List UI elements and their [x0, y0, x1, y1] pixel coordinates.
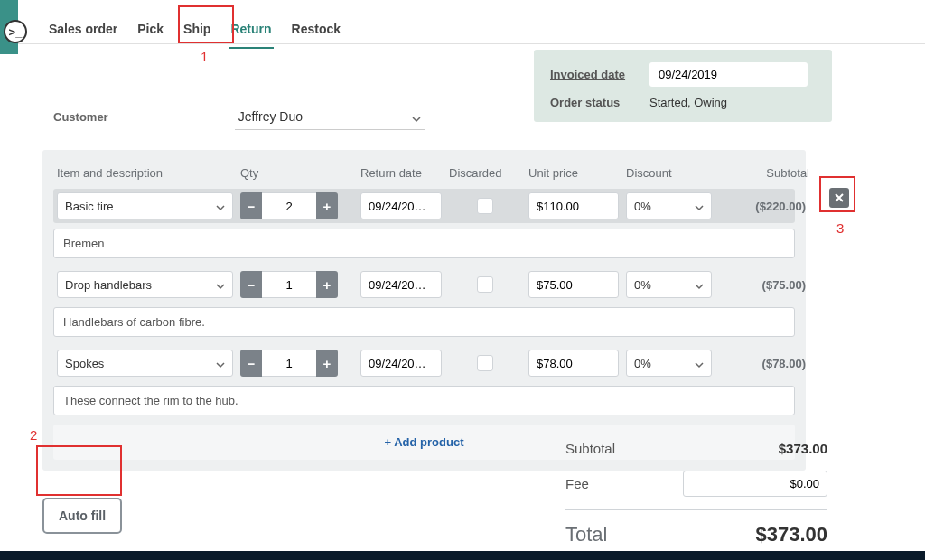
row-subtotal: ($75.00): [719, 278, 809, 292]
annotation-box-1: [178, 5, 234, 43]
item-description[interactable]: Handlebars of carbon fibre.: [53, 307, 795, 337]
subtotal-value: $373.00: [779, 441, 827, 456]
item-description[interactable]: These connect the rim to the hub.: [53, 386, 795, 415]
unit-price-input[interactable]: [528, 271, 619, 298]
fee-label: Fee: [565, 476, 589, 491]
order-info-panel: Invoiced date Order status Started, Owin…: [534, 50, 832, 122]
customer-value: Jeffrey Duo: [238, 109, 303, 124]
item-row: Spokes − + 0% ($78.00): [53, 346, 795, 380]
invoiced-date-label: Invoiced date: [550, 68, 649, 81]
tab-divider: [0, 43, 925, 44]
discarded-checkbox[interactable]: [477, 276, 493, 293]
item-name: Basic tire: [65, 200, 113, 213]
qty-input[interactable]: [262, 350, 316, 377]
item-select[interactable]: Drop handlebars: [57, 271, 233, 298]
qty-minus-button[interactable]: −: [240, 271, 262, 298]
qty-input[interactable]: [262, 192, 316, 219]
return-date-input[interactable]: [360, 350, 442, 377]
discount-select[interactable]: 0%: [626, 271, 712, 298]
discount-value: 0%: [634, 200, 651, 213]
col-discount: Discount: [626, 166, 712, 180]
discount-select[interactable]: 0%: [626, 350, 712, 377]
chevron-down-icon: [695, 359, 704, 368]
total-value: $373.00: [755, 523, 827, 546]
col-item: Item and description: [57, 166, 233, 180]
totals-panel: Subtotal $373.00 Fee Total $373.00: [565, 434, 827, 554]
qty-input[interactable]: [262, 271, 316, 298]
divider: [565, 509, 827, 510]
item-description[interactable]: Bremen: [53, 229, 795, 258]
items-panel: Item and description Qty Return date Dis…: [42, 150, 806, 471]
discarded-checkbox[interactable]: [477, 355, 493, 371]
discount-value: 0%: [634, 278, 651, 292]
discount-select[interactable]: 0%: [626, 192, 712, 219]
row-subtotal: ($78.00): [719, 357, 809, 370]
invoiced-date-input[interactable]: [649, 62, 808, 87]
item-row: Drop handlebars − + 0% ($75.00): [53, 267, 795, 302]
discount-value: 0%: [634, 357, 651, 370]
item-block: Drop handlebars − + 0% ($75.00) Handleba…: [53, 267, 795, 337]
chevron-down-icon: [216, 359, 225, 368]
qty-minus-button[interactable]: −: [240, 192, 262, 219]
qty-plus-button[interactable]: +: [316, 192, 338, 219]
return-date-input[interactable]: [360, 271, 442, 298]
qty-plus-button[interactable]: +: [316, 350, 338, 377]
customer-label: Customer: [53, 110, 108, 124]
item-name: Spokes: [65, 357, 104, 370]
discarded-checkbox[interactable]: [477, 198, 493, 214]
col-discarded: Discarded: [449, 166, 521, 180]
chevron-down-icon: [216, 201, 225, 210]
customer-select[interactable]: Jeffrey Duo: [235, 104, 425, 130]
annotation-box-3: [819, 176, 855, 212]
col-qty: Qty: [240, 166, 353, 180]
auto-fill-button[interactable]: Auto fill: [42, 498, 122, 534]
item-row: Basic tire − + 0% ($220.00): [53, 189, 795, 223]
order-status-label: Order status: [550, 96, 649, 109]
col-subtotal: Subtotal: [719, 166, 809, 180]
col-return-date: Return date: [360, 166, 442, 180]
item-select[interactable]: Basic tire: [57, 192, 233, 219]
qty-minus-button[interactable]: −: [240, 350, 262, 377]
qty-stepper: − +: [240, 350, 353, 377]
item-select[interactable]: Spokes: [57, 350, 233, 377]
chevron-down-icon: [695, 201, 704, 210]
items-header: Item and description Qty Return date Dis…: [53, 161, 795, 189]
chevron-down-icon: [216, 280, 225, 289]
annotation-box-2: [36, 445, 122, 496]
app-logo: >_: [4, 20, 27, 43]
return-date-input[interactable]: [360, 192, 442, 219]
annotation-label-3: 3: [836, 220, 844, 236]
unit-price-input[interactable]: [528, 350, 619, 377]
fee-input[interactable]: [683, 471, 827, 497]
qty-stepper: − +: [240, 192, 353, 219]
row-subtotal: ($220.00): [719, 200, 809, 213]
subtotal-label: Subtotal: [565, 441, 615, 456]
col-unit-price: Unit price: [528, 166, 619, 180]
annotation-label-2: 2: [30, 427, 37, 443]
item-block: Basic tire − + 0% ($220.00) Bremen: [53, 189, 795, 258]
item-name: Drop handlebars: [65, 278, 152, 292]
annotation-label-1: 1: [201, 49, 208, 64]
item-block: Spokes − + 0% ($78.00) These connect the…: [53, 346, 795, 415]
qty-plus-button[interactable]: +: [316, 271, 338, 298]
unit-price-input[interactable]: [528, 192, 619, 219]
total-label: Total: [565, 523, 607, 546]
chevron-down-icon: [695, 280, 704, 289]
qty-stepper: − +: [240, 271, 353, 298]
chevron-down-icon: [412, 112, 421, 121]
order-status-value: Started, Owing: [649, 96, 816, 109]
footer-bar: [0, 551, 925, 560]
